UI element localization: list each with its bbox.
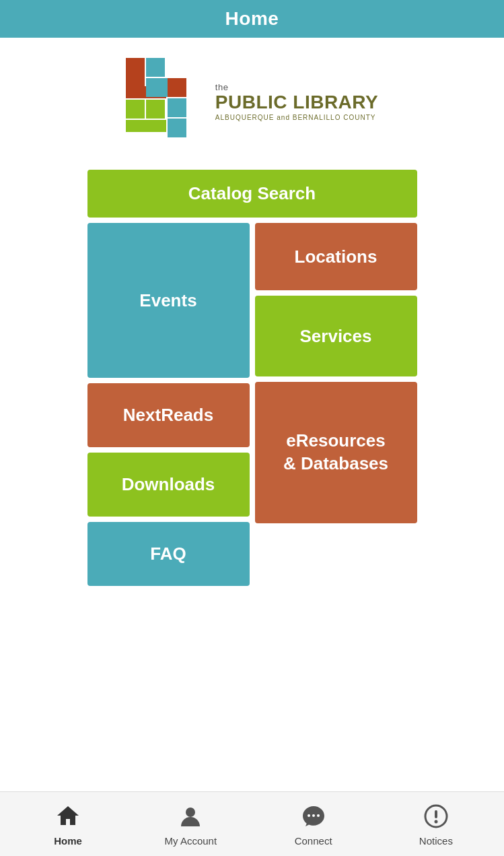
chat-icon [299,801,328,831]
svg-rect-15 [435,810,437,818]
svg-rect-5 [126,100,145,119]
logo-name: PUBLIC LIBRARY [215,92,378,113]
svg-rect-7 [146,100,165,119]
notices-icon [421,801,451,831]
svg-rect-4 [168,98,186,117]
svg-rect-6 [126,120,166,132]
svg-point-12 [312,814,315,817]
catalog-search-button[interactable]: Catalog Search [87,170,417,218]
events-button[interactable]: Events [87,223,250,378]
main-content: the PUBLIC LIBRARY ALBUQUERQUE and BERNA… [0,38,504,791]
eresources-label: eResources & Databases [283,430,388,475]
home-icon [53,801,83,831]
nav-my-account-label: My Account [165,835,217,847]
library-logo-graphic [126,58,203,145]
buttons-grid: Catalog Search Events NextReads Download… [87,170,417,586]
person-icon [176,801,205,831]
svg-rect-9 [168,78,186,97]
nav-connect[interactable]: Connect [287,801,340,847]
eresources-button[interactable]: eResources & Databases [255,382,417,523]
header-title: Home [225,8,279,30]
nav-connect-label: Connect [295,835,332,847]
bottom-nav: Home My Account Connect [0,791,504,856]
logo-the: the [215,82,378,92]
svg-point-10 [186,808,195,817]
svg-point-13 [317,814,320,817]
locations-button[interactable]: Locations [255,223,417,290]
right-column: Locations Services eResources & Database… [255,223,417,586]
logo-subtitle: ALBUQUERQUE and BERNALILLO COUNTY [215,114,378,121]
nav-notices[interactable]: Notices [409,801,463,847]
svg-rect-2 [146,58,165,77]
app-header: Home [0,0,504,38]
logo-text: the PUBLIC LIBRARY ALBUQUERQUE and BERNA… [215,82,378,122]
downloads-button[interactable]: Downloads [87,453,250,517]
faq-button[interactable]: FAQ [87,522,250,586]
logo-area: the PUBLIC LIBRARY ALBUQUERQUE and BERNA… [126,58,378,145]
nav-notices-label: Notices [419,835,453,847]
row-events-locations: Events NextReads Downloads FAQ Locations… [87,223,417,586]
nextreads-button[interactable]: NextReads [87,383,250,447]
svg-rect-8 [168,119,186,137]
services-button[interactable]: Services [255,296,417,376]
nav-my-account[interactable]: My Account [164,801,217,847]
svg-point-11 [308,814,310,817]
nav-home-label: Home [54,835,82,847]
nav-home[interactable]: Home [41,801,95,847]
left-column: Events NextReads Downloads FAQ [87,223,250,586]
svg-point-16 [434,820,437,824]
